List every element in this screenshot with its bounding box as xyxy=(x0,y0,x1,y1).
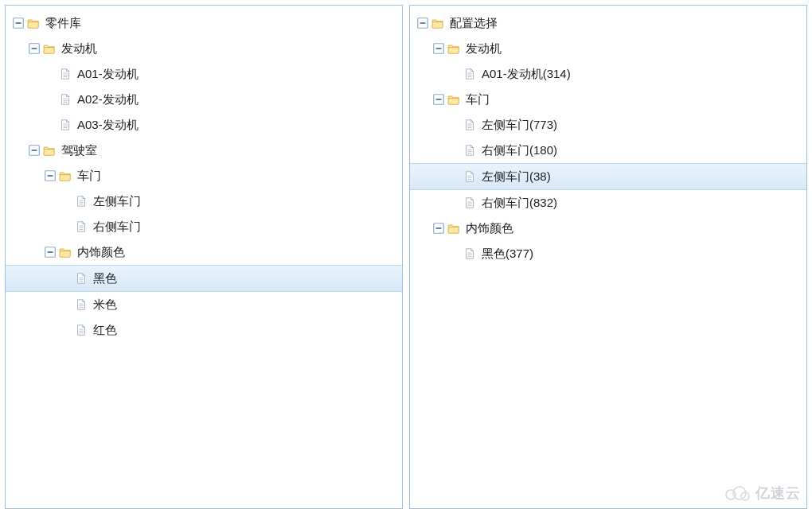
expander-toggle[interactable] xyxy=(44,169,57,182)
folder-open-icon xyxy=(447,41,461,56)
file-icon xyxy=(74,323,88,337)
expander-toggle[interactable] xyxy=(432,222,445,235)
folder-open-icon xyxy=(26,16,41,30)
minus-box-icon xyxy=(432,222,445,235)
tree-node-cfg-d4[interactable]: 右侧车门(832) xyxy=(410,190,806,216)
tree-node-cfg[interactable]: 配置选择 xyxy=(410,10,806,36)
expander-toggle[interactable] xyxy=(416,17,429,29)
tree-node-label: 黑色 xyxy=(93,266,123,291)
tree-node-cfg-d2[interactable]: 右侧车门(180) xyxy=(410,138,806,163)
file-icon xyxy=(58,67,72,81)
tree-node-label: A01-发动机(314) xyxy=(482,61,577,87)
watermark-cloud-icon xyxy=(722,484,751,502)
tree-node-door-r[interactable]: 右侧车门 xyxy=(6,214,402,239)
tree-node-cfg-d1[interactable]: 左侧车门(773) xyxy=(410,112,806,138)
minus-box-icon xyxy=(28,42,41,55)
folder-open-icon xyxy=(42,41,57,56)
tree-node-label: 黑色(377) xyxy=(482,241,540,266)
file-icon xyxy=(74,297,88,312)
minus-box-icon xyxy=(432,93,445,106)
minus-box-icon xyxy=(416,17,429,29)
tree-node-cfg-black[interactable]: 黑色(377) xyxy=(410,241,806,266)
tree-panel-parts-library: 零件库发动机A01-发动机A02-发动机A03-发动机驾驶室车门左侧车门右侧车门… xyxy=(5,5,403,509)
file-icon xyxy=(463,247,477,261)
tree-node-label: 左侧车门(773) xyxy=(482,112,564,138)
tree-node-label: 左侧车门(38) xyxy=(482,164,557,189)
folder-open-icon xyxy=(58,169,72,183)
expander-toggle[interactable] xyxy=(432,93,445,106)
watermark: 亿速云 xyxy=(722,484,801,503)
folder-open-icon xyxy=(447,92,461,107)
tree-node-label: 右侧车门(180) xyxy=(482,138,564,163)
tree-node-label: A03-发动机 xyxy=(77,112,145,138)
tree-node-cfg-a01[interactable]: A01-发动机(314) xyxy=(410,61,806,87)
expander-toggle[interactable] xyxy=(12,17,25,29)
tree-node-label: 零件库 xyxy=(45,10,88,36)
file-icon xyxy=(463,67,477,81)
expander-toggle[interactable] xyxy=(44,246,57,258)
tree-node-cfg-d3[interactable]: 左侧车门(38) xyxy=(410,163,806,190)
tree-node-a01[interactable]: A01-发动机 xyxy=(6,61,402,87)
tree-node-label: A01-发动机 xyxy=(77,61,145,87)
file-icon xyxy=(74,220,88,234)
folder-open-icon xyxy=(58,245,72,259)
tree-node-label: 米色 xyxy=(93,292,123,317)
file-icon xyxy=(463,143,477,157)
tree-node-label: 右侧车门 xyxy=(93,214,147,239)
tree-node-label: 左侧车门 xyxy=(93,188,147,214)
folder-open-icon xyxy=(431,16,445,30)
tree-node-cfg-engine[interactable]: 发动机 xyxy=(410,36,806,61)
tree-node-trim[interactable]: 内饰颜色 xyxy=(6,239,402,265)
tree-node-engine[interactable]: 发动机 xyxy=(6,36,402,61)
tree-node-beige[interactable]: 米色 xyxy=(6,292,402,317)
minus-box-icon xyxy=(12,17,25,29)
minus-box-icon xyxy=(28,144,41,157)
watermark-text: 亿速云 xyxy=(755,484,801,503)
expander-toggle[interactable] xyxy=(28,42,41,55)
tree-node-label: 右侧车门(832) xyxy=(482,190,564,216)
minus-box-icon xyxy=(432,42,445,55)
file-icon xyxy=(463,169,477,184)
tree-node-label: 车门 xyxy=(77,163,107,188)
tree-node-door-l[interactable]: 左侧车门 xyxy=(6,188,402,214)
tree-node-label: 车门 xyxy=(466,87,496,112)
tree-node-label: 发动机 xyxy=(61,36,103,61)
tree-node-cfg-doors[interactable]: 车门 xyxy=(410,87,806,112)
tree-node-red[interactable]: 红色 xyxy=(6,317,402,343)
tree-node-label: 红色 xyxy=(93,317,123,343)
tree-node-a03[interactable]: A03-发动机 xyxy=(6,112,402,138)
tree-node-doors[interactable]: 车门 xyxy=(6,163,402,188)
tree-node-label: 发动机 xyxy=(466,36,508,61)
file-icon xyxy=(463,118,477,132)
tree-node-label: 配置选择 xyxy=(450,10,504,36)
file-icon xyxy=(74,271,88,286)
tree-node-label: 内饰颜色 xyxy=(77,239,131,265)
tree-node-black[interactable]: 黑色 xyxy=(6,265,402,292)
file-icon xyxy=(74,194,88,208)
expander-toggle[interactable] xyxy=(28,144,41,157)
tree-node-label: 内饰颜色 xyxy=(466,216,520,241)
folder-open-icon xyxy=(42,143,57,157)
tree-panel-config-selection: 配置选择发动机A01-发动机(314)车门左侧车门(773)右侧车门(180)左… xyxy=(409,5,807,509)
expander-toggle[interactable] xyxy=(432,42,445,55)
file-icon xyxy=(463,196,477,210)
folder-open-icon xyxy=(447,221,461,235)
tree-node-label: A02-发动机 xyxy=(77,87,145,112)
minus-box-icon xyxy=(44,246,57,258)
tree-node-a02[interactable]: A02-发动机 xyxy=(6,87,402,112)
file-icon xyxy=(58,92,72,107)
minus-box-icon xyxy=(44,169,57,182)
tree-node-lib[interactable]: 零件库 xyxy=(6,10,402,36)
svg-point-4 xyxy=(740,495,742,496)
tree-node-cfg-trim[interactable]: 内饰颜色 xyxy=(410,216,806,241)
tree-node-label: 驾驶室 xyxy=(61,138,103,163)
tree-node-cab[interactable]: 驾驶室 xyxy=(6,138,402,163)
file-icon xyxy=(58,118,72,132)
svg-point-3 xyxy=(734,495,736,496)
